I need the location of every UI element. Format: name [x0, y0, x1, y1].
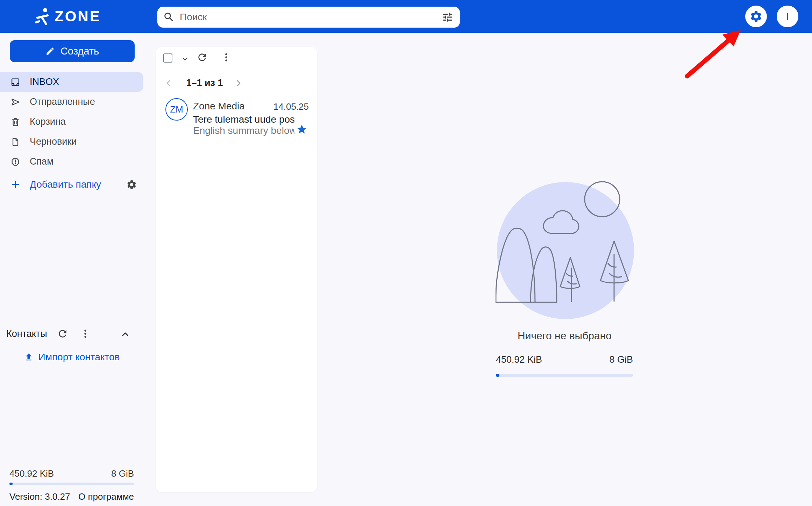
email-sender: Zone Media [193, 101, 245, 112]
sidebar-item-sent[interactable]: Отправленные [0, 92, 143, 112]
select-all-checkbox[interactable] [163, 53, 172, 63]
contacts-header: Контакты [0, 324, 143, 343]
settings-gear-icon [749, 10, 763, 23]
upload-icon [24, 352, 34, 362]
search-input[interactable] [180, 12, 442, 23]
folder-label: Спам [30, 156, 54, 167]
refresh-icon[interactable] [197, 52, 208, 63]
zone-runner-icon [35, 7, 50, 26]
empty-state-title: Ничего не выбрано [317, 330, 812, 342]
email-date: 14.05.25 [273, 101, 309, 112]
storage-total: 8 GiB [609, 354, 633, 365]
zone-logo: ZONE [35, 5, 101, 28]
storage-used: 450.92 KiB [496, 354, 542, 365]
pencil-icon [45, 46, 55, 56]
chevron-up-icon[interactable] [120, 329, 130, 339]
inbox-icon [10, 77, 20, 87]
plus-icon [10, 180, 20, 189]
search-filters-icon[interactable] [442, 11, 454, 23]
sidebar-storage-labels: 450.92 KiB 8 GiB [9, 468, 134, 479]
spam-icon [10, 157, 20, 167]
star-icon[interactable] [296, 124, 307, 135]
avatar-letter: I [786, 10, 789, 22]
email-snippet: English summary below T… [193, 125, 294, 136]
storage-used: 450.92 KiB [9, 468, 54, 479]
chevron-right-icon[interactable] [234, 78, 243, 88]
folder-label: Корзина [30, 116, 66, 127]
main-storage-fill [496, 374, 499, 377]
compose-button[interactable]: Создать [10, 40, 135, 62]
folder-list: INBOX Отправленные Корзина [0, 72, 143, 172]
sidebar-storage-bar [9, 483, 134, 485]
folder-settings-icon[interactable] [126, 179, 137, 190]
settings-button[interactable] [745, 6, 767, 27]
compose-label: Создать [60, 45, 99, 57]
pagination-label: 1–1 из 1 [177, 78, 233, 88]
trash-icon [10, 117, 20, 127]
chevron-down-icon[interactable] [180, 54, 190, 64]
folder-label: Отправленные [30, 96, 95, 107]
add-folder-button[interactable]: Добавить папку [0, 179, 101, 190]
folder-actions-row: Добавить папку [0, 175, 143, 194]
zone-webmail-app: ZONE I Создать [0, 0, 812, 506]
email-subject: Tere tulemast uude postk… [193, 114, 294, 125]
sidebar-item-spam[interactable]: Спам [0, 152, 143, 172]
email-list-item[interactable]: ZM Zone Media 14.05.25 Tere tulemast uud… [156, 96, 317, 138]
pagination: 1–1 из 1 [156, 77, 317, 89]
mail-list-panel: 1–1 из 1 ZM Zone Media 14.05.25 Tere tul… [156, 47, 317, 492]
storage-total: 8 GiB [111, 468, 134, 479]
sidebar-item-drafts[interactable]: Черновики [0, 132, 143, 152]
top-bar: ZONE I [0, 0, 812, 33]
reading-pane: Ничего не выбрано 450.92 KiB 8 GiB [317, 33, 812, 506]
search-icon [163, 11, 175, 23]
version-label: Version: 3.0.27 [9, 491, 70, 502]
sidebar: Создать INBOX Отправленные [0, 33, 147, 506]
sidebar-storage-fill [9, 483, 13, 485]
contacts-refresh-icon[interactable] [57, 328, 68, 339]
about-link[interactable]: О программе [78, 491, 134, 502]
account-avatar[interactable]: I [777, 6, 798, 27]
empty-state-illustration [496, 181, 635, 320]
main-storage: 450.92 KiB 8 GiB [496, 354, 633, 377]
sidebar-item-inbox[interactable]: INBOX [0, 72, 143, 92]
import-contacts-label: Импорт контактов [38, 352, 120, 363]
contacts-title: Контакты [6, 328, 47, 339]
import-contacts-button[interactable]: Импорт контактов [0, 349, 143, 365]
contacts-more-icon[interactable] [80, 328, 91, 339]
zone-logo-text: ZONE [55, 5, 101, 28]
add-folder-label: Добавить папку [30, 179, 101, 190]
chevron-left-icon[interactable] [164, 78, 173, 88]
more-options-icon[interactable] [221, 52, 232, 63]
folder-label: Черновики [30, 136, 77, 147]
send-icon [10, 97, 20, 107]
main-storage-bar [496, 374, 633, 377]
draft-icon [10, 137, 20, 147]
sender-avatar: ZM [165, 98, 188, 121]
sidebar-item-trash[interactable]: Корзина [0, 112, 143, 132]
search-bar[interactable] [157, 7, 460, 28]
folder-label: INBOX [30, 77, 59, 87]
version-row: Version: 3.0.27 О программе [9, 491, 134, 502]
